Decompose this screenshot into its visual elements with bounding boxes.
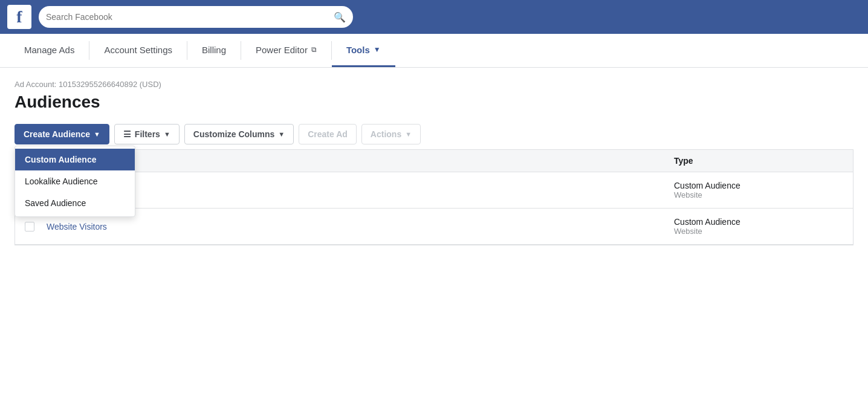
actions-chevron-icon: ▼ [405,131,412,138]
row-2-type-col: Custom Audience Website [674,217,843,236]
row-2-name-col: Website Visitors [47,222,674,231]
header-type-col: Type [674,156,843,166]
account-info: Ad Account: 101532955266640892 (USD) [15,80,853,89]
create-audience-dropdown-container: Create Audience ▼ Custom Audience Lookal… [15,124,109,144]
customize-columns-button[interactable]: Customize Columns ▼ [184,124,294,144]
dropdown-custom-audience[interactable]: Custom Audience [15,149,135,170]
search-icon: 🔍 [334,11,346,23]
nav-account-settings[interactable]: Account Settings [89,34,187,67]
create-audience-dropdown-menu: Custom Audience Lookalike Audience Saved… [15,146,135,217]
navbar: Manage Ads Account Settings Billing Powe… [0,34,868,68]
facebook-logo[interactable]: f [7,5,31,29]
filters-icon: ☰ [123,129,131,139]
dropdown-lookalike-audience[interactable]: Lookalike Audience [15,170,135,192]
row-1-type-col: Custom Audience Website [674,181,843,199]
actions-button[interactable]: Actions ▼ [361,124,421,144]
toolbar: Create Audience ▼ Custom Audience Lookal… [15,124,853,144]
audience-table: Type ateswedding.com Custom Audience Web… [15,149,853,245]
topbar: f 🔍 [0,0,868,34]
page-title: Audiences [15,92,853,112]
row-2-checkbox[interactable] [25,222,34,231]
dropdown-saved-audience[interactable]: Saved Audience [15,192,135,214]
row-1-type-primary: Custom Audience [674,181,843,190]
row-1-type-secondary: Website [674,190,843,199]
tools-chevron-icon: ▼ [374,45,381,54]
table-row: ateswedding.com Custom Audience Website [15,172,853,209]
row-2-type-secondary: Website [674,227,843,236]
create-audience-button[interactable]: Create Audience ▼ [15,124,109,144]
row-2-audience-link[interactable]: Website Visitors [47,222,107,231]
customize-columns-chevron-icon: ▼ [278,131,285,138]
row-2-check-col [25,222,47,231]
power-editor-icon: ⧉ [311,45,317,54]
nav-billing[interactable]: Billing [187,34,241,67]
filters-button[interactable]: ☰ Filters ▼ [114,124,180,144]
search-bar[interactable]: 🔍 [39,6,353,28]
table-row: Website Visitors Custom Audience Website [15,209,853,245]
nav-tools[interactable]: Tools ▼ [332,34,395,67]
nav-power-editor[interactable]: Power Editor ⧉ [241,34,331,67]
search-input[interactable] [46,12,329,22]
row-1-name-col: ateswedding.com [47,186,674,195]
nav-manage-ads[interactable]: Manage Ads [10,34,89,67]
row-2-type-primary: Custom Audience [674,217,843,227]
table-header: Type [15,149,853,172]
filters-chevron-icon: ▼ [164,131,170,138]
create-audience-chevron-icon: ▼ [94,131,100,138]
create-ad-button[interactable]: Create Ad [299,124,357,144]
page-content: Ad Account: 101532955266640892 (USD) Aud… [0,68,868,257]
